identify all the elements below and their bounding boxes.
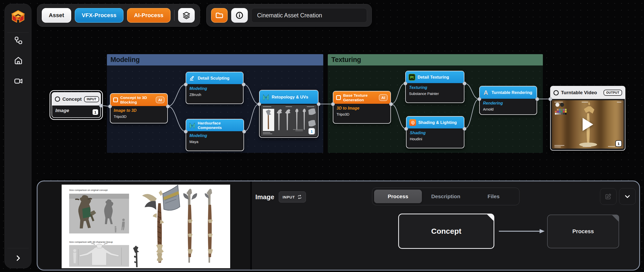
port[interactable] bbox=[548, 97, 552, 101]
selected-node-label: Image bbox=[255, 193, 274, 201]
node-retopology-uvs[interactable]: Retopology & UVs bbox=[259, 90, 318, 138]
input-type-label: INPUT bbox=[283, 195, 295, 199]
sidebar-item-home[interactable] bbox=[14, 56, 23, 65]
circle-node-icon bbox=[553, 90, 559, 95]
node-title: Hardsurface Components bbox=[198, 121, 230, 130]
edit-button[interactable] bbox=[600, 188, 617, 205]
sidebar-item-workflow[interactable] bbox=[14, 36, 23, 45]
node-header: Concept INPUT bbox=[52, 93, 100, 106]
node-title: Retopology & UVs bbox=[272, 95, 308, 99]
panel-divider bbox=[250, 181, 252, 270]
info-icon bbox=[235, 11, 244, 20]
node-category: Image to 3D bbox=[114, 108, 164, 113]
port[interactable] bbox=[463, 82, 466, 85]
group-texturing-header[interactable]: Texturing bbox=[328, 54, 543, 65]
node-body: 3D to Image Tripo3D bbox=[333, 104, 390, 118]
tab-files[interactable]: Files bbox=[470, 190, 517, 203]
sidebar-divider bbox=[7, 32, 29, 33]
port[interactable] bbox=[242, 130, 246, 133]
arnold-icon: A bbox=[482, 89, 489, 96]
flow-source-node[interactable]: Concept bbox=[398, 214, 494, 249]
node-detail-sculpting[interactable]: Detail Sculpting Modeling ZBrush bbox=[186, 72, 244, 104]
layers-stack-icon bbox=[182, 11, 191, 20]
flow-source-label: Concept bbox=[431, 227, 461, 235]
port[interactable] bbox=[257, 102, 261, 106]
flow-target-node[interactable]: Process bbox=[547, 215, 619, 248]
folded-corner bbox=[612, 215, 619, 222]
count-badge[interactable]: 1 bbox=[615, 140, 622, 147]
node-detail-texturing[interactable]: Pt Detail Texturing Texturing Substance … bbox=[405, 71, 464, 103]
substance-painter-icon: Pt bbox=[409, 74, 415, 81]
node-shading-lighting[interactable]: Shading & Lighting Shading Houdini bbox=[406, 116, 464, 148]
count-badge[interactable]: 1 bbox=[92, 109, 99, 115]
node-tool: ZBrush bbox=[189, 93, 240, 97]
edit-pencil-icon bbox=[605, 193, 612, 200]
app-logo-icon[interactable] bbox=[10, 10, 26, 25]
port[interactable] bbox=[463, 127, 466, 131]
node-title: Turntable Rendering bbox=[492, 90, 532, 95]
ai-process-mode-button[interactable]: AI-Process bbox=[127, 8, 171, 23]
group-modeling-header[interactable]: Modeling bbox=[107, 54, 323, 65]
port[interactable] bbox=[535, 97, 539, 101]
arnold-icon-glyph: A bbox=[484, 89, 488, 96]
project-title-field[interactable]: Cinematic Asset Creation bbox=[251, 8, 367, 23]
port[interactable] bbox=[317, 102, 320, 106]
node-base-texture-generation[interactable]: Base Texture Generation AI 3D to Image T… bbox=[333, 91, 391, 124]
input-badge: INPUT bbox=[84, 96, 99, 102]
chevron-right-icon bbox=[14, 254, 22, 262]
node-concept[interactable]: Concept INPUT Image 1 bbox=[52, 92, 101, 118]
retopology-preview-thumbnail[interactable]: 1 bbox=[261, 105, 317, 136]
node-tool: Maya bbox=[189, 140, 240, 144]
concept-art bbox=[62, 185, 230, 268]
node-category: 3D to Image bbox=[337, 106, 387, 111]
node-header: A Turntable Rendering bbox=[480, 86, 537, 99]
port[interactable] bbox=[389, 102, 393, 106]
port[interactable] bbox=[331, 102, 335, 106]
video-preview-thumbnail[interactable]: 1 bbox=[552, 100, 624, 149]
node-header: Detail Sculpting bbox=[186, 72, 243, 84]
layers-button[interactable] bbox=[178, 8, 195, 23]
node-body: Texturing Substance Painter bbox=[406, 83, 464, 98]
node-category: Modeling bbox=[189, 86, 240, 91]
node-body: Modeling ZBrush bbox=[186, 84, 243, 99]
node-concept-to-3d-blocking[interactable]: Concept to 3D Blocking AI Image to 3D Tr… bbox=[110, 93, 168, 123]
port[interactable] bbox=[477, 97, 481, 101]
node-category: Modeling bbox=[189, 133, 240, 138]
sidebar-item-review[interactable] bbox=[14, 77, 23, 86]
node-tool: Tripo3D bbox=[114, 115, 164, 119]
port[interactable] bbox=[184, 83, 188, 86]
node-hardsurface-components[interactable]: Hardsurface Components Modeling Maya bbox=[186, 119, 244, 151]
folded-corner bbox=[487, 214, 494, 221]
node-turntable-video[interactable]: Turntable Video OUTPUT bbox=[550, 86, 625, 151]
concept-image-preview[interactable]: Size comparison on original concept Size… bbox=[38, 182, 250, 269]
port[interactable] bbox=[184, 130, 188, 133]
sidebar bbox=[5, 4, 31, 268]
maya-icon bbox=[189, 122, 195, 129]
ai-badge: AI bbox=[379, 94, 388, 101]
tab-process[interactable]: Process bbox=[374, 190, 422, 203]
input-type-badge[interactable]: INPUT bbox=[279, 191, 306, 202]
count-badge[interactable]: 1 bbox=[308, 128, 315, 134]
tab-description-label: Description bbox=[431, 193, 460, 199]
port[interactable] bbox=[404, 127, 408, 131]
node-body: Image to 3D Tripo3D bbox=[110, 106, 167, 121]
home-icon bbox=[14, 56, 23, 65]
port[interactable] bbox=[108, 105, 112, 108]
ai-mode-label: AI-Process bbox=[134, 12, 164, 19]
sidebar-expand-button[interactable] bbox=[14, 254, 22, 262]
node-title: Base Texture Generation bbox=[343, 93, 373, 102]
port[interactable] bbox=[166, 105, 170, 108]
vfx-process-mode-button[interactable]: VFX-Process bbox=[75, 8, 124, 23]
tab-description[interactable]: Description bbox=[422, 190, 470, 203]
project-folder-button[interactable] bbox=[211, 8, 228, 23]
asset-mode-button[interactable]: Asset bbox=[42, 8, 71, 23]
node-turntable-rendering[interactable]: A Turntable Rendering Rendering Arnold bbox=[479, 86, 537, 115]
port[interactable] bbox=[242, 83, 246, 86]
port[interactable] bbox=[99, 104, 103, 108]
node-title: Turntable Video bbox=[561, 90, 597, 95]
project-info-button[interactable] bbox=[231, 8, 248, 23]
node-output-type: Image bbox=[55, 108, 97, 113]
play-button[interactable] bbox=[583, 118, 593, 131]
port[interactable] bbox=[404, 82, 407, 85]
collapse-panel-button[interactable] bbox=[619, 188, 636, 205]
